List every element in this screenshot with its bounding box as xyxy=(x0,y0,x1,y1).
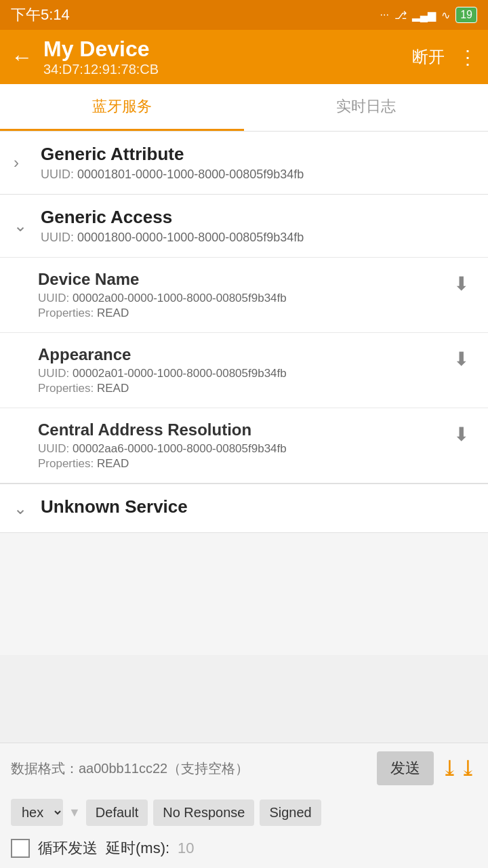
chevron-right-icon: › xyxy=(14,153,30,172)
device-title: My Device xyxy=(43,37,412,62)
characteristic-central-address-info: Central Address Resolution UUID: 00002aa… xyxy=(38,420,448,471)
device-address: 34:D7:12:91:78:CB xyxy=(43,62,412,77)
service-list: › Generic Attribute UUID: 00001801-0000-… xyxy=(0,132,488,655)
characteristic-device-name-actions: ⬇ xyxy=(448,273,469,295)
characteristic-device-name: Device Name UUID: 00002a00-0000-1000-800… xyxy=(0,257,488,332)
loop-send-checkbox[interactable] xyxy=(11,839,30,858)
service-generic-access-info: Generic Access UUID: 00001800-0000-1000-… xyxy=(41,207,474,245)
default-button[interactable]: Default xyxy=(86,800,148,826)
service-generic-attribute-uuid: UUID: 00001801-0000-1000-8000-00805f9b34… xyxy=(41,167,474,182)
no-response-button[interactable]: No Response xyxy=(153,800,254,826)
characteristic-appearance-label: Appearance xyxy=(38,345,448,364)
service-generic-access-header[interactable]: ⌄ Generic Access UUID: 00001800-0000-100… xyxy=(0,195,488,257)
expand-icon[interactable]: ⤓⤓ xyxy=(441,755,477,781)
service-generic-attribute-header[interactable]: › Generic Attribute UUID: 00001801-0000-… xyxy=(0,132,488,194)
service-generic-attribute: › Generic Attribute UUID: 00001801-0000-… xyxy=(0,132,488,195)
tab-bluetooth-services[interactable]: 蓝牙服务 xyxy=(0,84,244,131)
characteristic-central-address-label: Central Address Resolution xyxy=(38,420,448,439)
characteristic-appearance-props: Properties: READ xyxy=(38,382,448,395)
bluetooth-icon: ⎇ xyxy=(394,9,407,22)
characteristic-central-address-uuid: UUID: 00002aa6-0000-1000-8000-00805f9b34… xyxy=(38,442,448,456)
read-icon-central[interactable]: ⬇ xyxy=(453,423,469,446)
disconnect-button[interactable]: 断开 xyxy=(412,46,445,68)
more-options-button[interactable]: ⋮ xyxy=(458,46,477,68)
characteristic-device-name-props: Properties: READ xyxy=(38,307,448,320)
read-icon-appearance[interactable]: ⬇ xyxy=(453,348,469,370)
status-bar: 下午5:14 ··· ⎇ ▂▄▆ ∿ 19 xyxy=(0,0,488,30)
service-unknown-header[interactable]: ⌄ Unknown Service xyxy=(0,484,488,532)
chevron-down-icon-unknown: ⌄ xyxy=(14,499,30,518)
signal-bars-icon: ▂▄▆ xyxy=(412,9,436,22)
characteristic-appearance-info: Appearance UUID: 00002a01-0000-1000-8000… xyxy=(38,345,448,395)
read-icon[interactable]: ⬇ xyxy=(453,273,469,295)
back-button[interactable]: ← xyxy=(11,45,33,70)
loop-send-label: 循环发送 xyxy=(38,838,98,859)
format-select[interactable]: hex xyxy=(11,799,63,826)
characteristic-appearance: Appearance UUID: 00002a01-0000-1000-8000… xyxy=(0,332,488,408)
tab-realtime-log[interactable]: 实时日志 xyxy=(244,84,488,131)
characteristic-appearance-uuid: UUID: 00002a01-0000-1000-8000-00805f9b34… xyxy=(38,367,448,380)
service-generic-access: ⌄ Generic Access UUID: 00001800-0000-100… xyxy=(0,195,488,484)
options-row: hex ▼ Default No Response Signed xyxy=(0,793,488,831)
input-row: 发送 ⤓⤓ xyxy=(0,743,488,793)
service-generic-attribute-name: Generic Attribute xyxy=(41,144,474,165)
delay-label: 延时(ms): xyxy=(106,838,169,859)
characteristic-central-address-actions: ⬇ xyxy=(448,423,469,446)
service-unknown-name: Unknown Service xyxy=(41,496,474,517)
characteristic-central-address: Central Address Resolution UUID: 00002aa… xyxy=(0,408,488,483)
status-icons: ··· ⎇ ▂▄▆ ∿ 19 xyxy=(380,7,477,23)
toolbar: ← My Device 34:D7:12:91:78:CB 断开 ⋮ xyxy=(0,30,488,84)
characteristic-device-name-info: Device Name UUID: 00002a00-0000-1000-800… xyxy=(38,270,448,320)
send-button[interactable]: 发送 xyxy=(377,751,434,785)
toolbar-actions: 断开 ⋮ xyxy=(412,46,477,68)
service-unknown-info: Unknown Service xyxy=(41,496,474,520)
toolbar-title-block: My Device 34:D7:12:91:78:CB xyxy=(43,37,412,77)
service-generic-access-uuid: UUID: 00001800-0000-1000-8000-00805f9b34… xyxy=(41,231,474,245)
characteristic-device-name-label: Device Name xyxy=(38,270,448,289)
loop-row: 循环发送 延时(ms): 10 xyxy=(0,831,488,868)
characteristic-appearance-actions: ⬇ xyxy=(448,348,469,370)
delay-value: 10 xyxy=(178,840,194,857)
chevron-down-icon: ⌄ xyxy=(14,216,30,235)
characteristic-device-name-uuid: UUID: 00002a00-0000-1000-8000-00805f9b34… xyxy=(38,292,448,305)
status-time: 下午5:14 xyxy=(11,5,70,25)
characteristic-central-address-props: Properties: READ xyxy=(38,457,448,471)
tabs-bar: 蓝牙服务 实时日志 xyxy=(0,84,488,132)
battery-level: 19 xyxy=(455,7,477,23)
signed-button[interactable]: Signed xyxy=(260,800,321,826)
wifi-icon: ∿ xyxy=(441,9,450,22)
service-unknown: ⌄ Unknown Service xyxy=(0,484,488,533)
service-generic-access-name: Generic Access xyxy=(41,207,474,228)
bottom-input-area: 发送 ⤓⤓ hex ▼ Default No Response Signed 循… xyxy=(0,743,488,868)
service-generic-attribute-info: Generic Attribute UUID: 00001801-0000-10… xyxy=(41,144,474,182)
signal-dots-icon: ··· xyxy=(380,9,389,21)
data-input[interactable] xyxy=(11,761,370,776)
